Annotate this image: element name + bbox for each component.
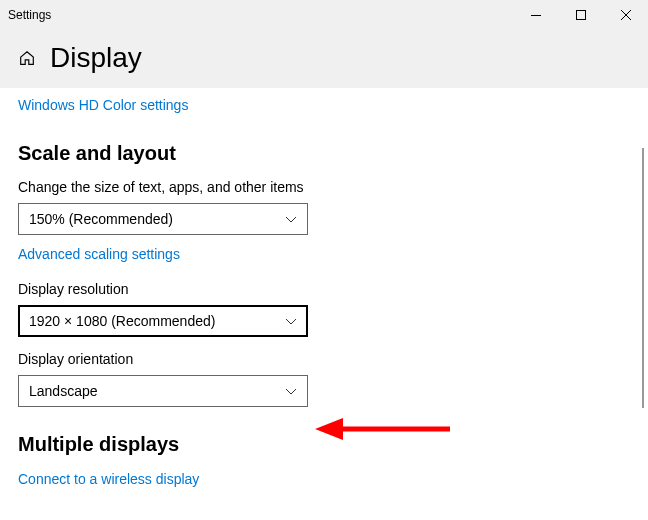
chevron-down-icon — [285, 211, 297, 227]
hd-color-settings-link[interactable]: Windows HD Color settings — [18, 97, 188, 113]
titlebar: Settings — [0, 0, 648, 30]
scale-dropdown[interactable]: 150% (Recommended) — [18, 203, 308, 235]
window-title: Settings — [8, 8, 51, 22]
scrollbar[interactable] — [642, 148, 644, 408]
chevron-down-icon — [285, 383, 297, 399]
home-icon[interactable] — [18, 49, 36, 67]
minimize-button[interactable] — [513, 0, 558, 30]
wireless-display-link[interactable]: Connect to a wireless display — [18, 471, 199, 487]
orientation-dropdown[interactable]: Landscape — [18, 375, 308, 407]
content-area: Windows HD Color settings Scale and layo… — [0, 88, 648, 520]
resolution-value: 1920 × 1080 (Recommended) — [29, 313, 215, 329]
header: Display — [0, 30, 648, 88]
svg-rect-0 — [531, 15, 541, 16]
orientation-label: Display orientation — [18, 351, 630, 367]
section-scale-layout: Scale and layout — [18, 142, 630, 165]
advanced-scaling-link[interactable]: Advanced scaling settings — [18, 246, 180, 262]
svg-rect-1 — [576, 11, 585, 20]
resolution-dropdown[interactable]: 1920 × 1080 (Recommended) — [18, 305, 308, 337]
section-multiple-displays: Multiple displays — [18, 433, 630, 456]
page-title: Display — [50, 42, 142, 74]
scale-label: Change the size of text, apps, and other… — [18, 179, 630, 195]
orientation-value: Landscape — [29, 383, 98, 399]
chevron-down-icon — [285, 313, 297, 329]
scale-value: 150% (Recommended) — [29, 211, 173, 227]
close-button[interactable] — [603, 0, 648, 30]
resolution-label: Display resolution — [18, 281, 630, 297]
window-controls — [513, 0, 648, 30]
maximize-button[interactable] — [558, 0, 603, 30]
